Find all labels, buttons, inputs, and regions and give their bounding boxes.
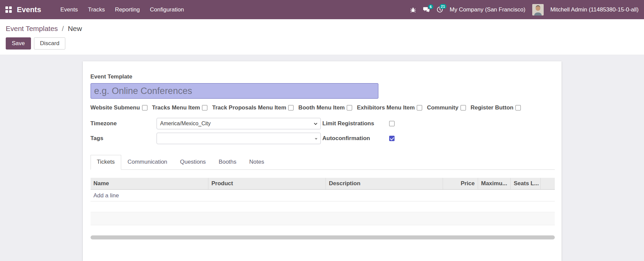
timezone-label: Timezone [91, 120, 157, 127]
col-product-header: Product [208, 178, 326, 190]
tracks-menu-item-checkbox[interactable] [202, 105, 207, 110]
tags-input[interactable] [157, 133, 321, 144]
register-button-label: Register Button [471, 104, 514, 111]
apps-menu-icon[interactable] [5, 6, 12, 13]
form-action-buttons: Save Discard [6, 37, 644, 50]
discard-button[interactable]: Discard [34, 37, 66, 50]
table-header-row: Name Product Description Price Maximu...… [91, 178, 555, 190]
option-exhibitors-menu-item: Exhibitors Menu Item [357, 104, 422, 111]
tags-row: Tags Autoconfirmation [91, 133, 555, 144]
tab-questions[interactable]: Questions [174, 155, 212, 170]
add-a-line-link[interactable]: Add a line [91, 190, 555, 201]
option-track-proposals-menu-item: Track Proposals Menu Item [212, 104, 294, 111]
caret-down-icon [315, 138, 317, 140]
option-booth-menu-item: Booth Menu Item [298, 104, 352, 111]
messages-badge: 6 [428, 4, 433, 9]
menu-reporting[interactable]: Reporting [110, 0, 145, 19]
option-tracks-menu-item: Tracks Menu Item [152, 104, 208, 111]
menu-options-row: Website Submenu Tracks Menu Item Track P… [91, 104, 555, 111]
tracks-menu-item-label: Tracks Menu Item [152, 104, 200, 111]
timezone-value: America/Mexico_City [160, 121, 211, 127]
bug-icon [410, 7, 416, 13]
menu-events[interactable]: Events [55, 0, 83, 19]
chevron-down-icon [314, 123, 317, 125]
track-proposals-menu-item-checkbox[interactable] [288, 105, 294, 110]
tags-label: Tags [91, 135, 157, 142]
notebook-tabs: Tickets Communication Questions Booths N… [91, 155, 555, 170]
register-button-checkbox[interactable] [515, 105, 521, 110]
navbar-systray: 6 21 My Company (San Francisco) Mitchell… [410, 4, 639, 15]
content-background: Event Template Website Submenu Tracks Me… [0, 55, 644, 261]
debug-menu[interactable] [410, 7, 416, 13]
website-submenu-label: Website Submenu [91, 104, 140, 111]
tab-notes[interactable]: Notes [243, 155, 270, 170]
event-name-input[interactable] [91, 83, 378, 99]
empty-table-row [91, 212, 555, 225]
booth-menu-item-label: Booth Menu Item [298, 104, 345, 111]
col-actions-header [541, 178, 555, 190]
tab-tickets[interactable]: Tickets [91, 155, 121, 170]
breadcrumb-parent[interactable]: Event Templates [6, 25, 58, 32]
option-community: Community [427, 104, 466, 111]
empty-table-row [91, 201, 555, 212]
main-menu: Events Tracks Reporting Configuration [55, 0, 189, 19]
menu-tracks[interactable]: Tracks [83, 0, 110, 19]
community-checkbox[interactable] [461, 105, 466, 110]
limit-registrations-checkbox[interactable] [389, 121, 395, 126]
exhibitors-menu-item-checkbox[interactable] [417, 105, 422, 110]
booth-menu-item-checkbox[interactable] [347, 105, 352, 110]
company-switcher[interactable]: My Company (San Francisco) [450, 6, 526, 13]
col-seats-left-header: Seats L... [511, 178, 541, 190]
timezone-select[interactable]: America/Mexico_City [157, 118, 321, 129]
activities-menu[interactable]: 21 [437, 6, 443, 13]
tab-communication[interactable]: Communication [121, 155, 174, 170]
save-button[interactable]: Save [6, 37, 31, 50]
exhibitors-menu-item-label: Exhibitors Menu Item [357, 104, 415, 111]
breadcrumb-separator: / [62, 25, 64, 32]
table-horizontal-scrollbar[interactable] [91, 235, 555, 239]
timezone-row: Timezone America/Mexico_City Limit Regis… [91, 118, 555, 129]
avatar-image [532, 4, 544, 15]
activities-badge: 21 [440, 4, 446, 9]
breadcrumb: Event Templates / New [6, 25, 644, 33]
messages-menu[interactable]: 6 [423, 7, 430, 13]
col-price-header: Price [443, 178, 478, 190]
user-menu[interactable]: Mitchell Admin (11485380-15-0-all) [550, 6, 639, 13]
limit-registrations-label: Limit Registrations [323, 120, 389, 127]
col-description-header: Description [326, 178, 443, 190]
control-panel: Event Templates / New Save Discard [0, 19, 644, 55]
table-spacer [91, 225, 555, 235]
option-website-submenu: Website Submenu [91, 104, 147, 111]
autoconfirmation-checkbox[interactable] [389, 136, 395, 141]
track-proposals-menu-item-label: Track Proposals Menu Item [212, 104, 286, 111]
tab-booths[interactable]: Booths [212, 155, 243, 170]
tickets-table-body: Add a line [91, 190, 555, 239]
breadcrumb-current: New [68, 25, 82, 32]
col-name-header: Name [91, 178, 208, 190]
top-navbar: Events Events Tracks Reporting Configura… [0, 0, 644, 19]
app-brand[interactable]: Events [17, 5, 41, 14]
community-label: Community [427, 104, 459, 111]
website-submenu-checkbox[interactable] [142, 105, 147, 110]
menu-configuration[interactable]: Configuration [145, 0, 189, 19]
event-template-label: Event Template [91, 73, 555, 80]
option-register-button: Register Button [471, 104, 521, 111]
col-maximum-header: Maximu... [478, 178, 511, 190]
autoconfirmation-label: Autoconfirmation [323, 135, 389, 142]
form-sheet: Event Template Website Submenu Tracks Me… [83, 61, 562, 261]
tickets-table: Name Product Description Price Maximu...… [91, 178, 555, 190]
user-avatar[interactable] [532, 4, 544, 15]
